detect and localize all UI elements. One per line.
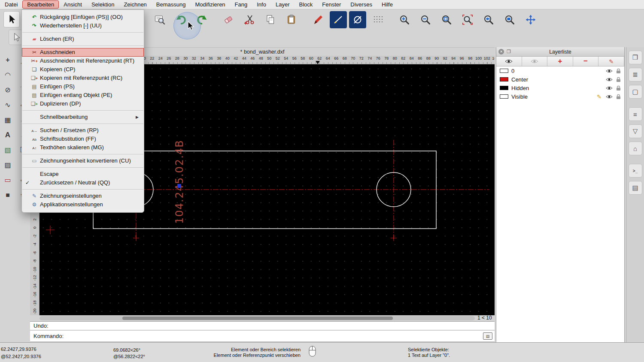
layer-lock-icon[interactable] bbox=[616, 68, 621, 74]
hatch-pattern-tool-button[interactable] bbox=[0, 157, 15, 172]
edit-menu-item[interactable]: Escape bbox=[22, 170, 144, 178]
command-input[interactable] bbox=[66, 332, 483, 340]
edit-menu-item[interactable]: Wiederherstellen [-] (UU) bbox=[22, 21, 144, 30]
circle-tool-dark-button[interactable] bbox=[349, 11, 366, 28]
arc-tools-button[interactable] bbox=[0, 67, 15, 82]
shape-tools-button[interactable] bbox=[0, 172, 15, 187]
detach-panel-icon[interactable]: ❐ bbox=[507, 49, 511, 54]
menubar-item[interactable]: Info bbox=[252, 0, 271, 9]
zoom-out-button[interactable] bbox=[416, 11, 435, 29]
edit-menu-item[interactable]: Löschen (ER) bbox=[22, 35, 144, 43]
edit-menu-item[interactable] bbox=[22, 45, 143, 46]
layer-visibility-eye-icon[interactable] bbox=[606, 77, 613, 82]
edit-menu-item[interactable]: Duplizieren (DP) bbox=[22, 100, 144, 108]
menubar-item[interactable]: Modifizieren bbox=[191, 0, 230, 9]
cut-button[interactable] bbox=[240, 11, 259, 29]
edit-pen-button[interactable] bbox=[309, 11, 328, 29]
edit-menu-item[interactable]: Schriftsubstitution (FF) bbox=[22, 135, 144, 143]
layer-row[interactable]: Visible✎ bbox=[496, 92, 624, 101]
edit-menu-item[interactable] bbox=[22, 189, 143, 190]
view-list-panel-button[interactable] bbox=[629, 107, 642, 121]
menubar-item[interactable]: Layer bbox=[271, 0, 295, 9]
zoom-in-button[interactable] bbox=[395, 11, 414, 29]
clipboard-panel-button[interactable] bbox=[629, 181, 642, 195]
edit-menu-item[interactable]: Rückgängig [Einfügen (PS)] (OO) bbox=[22, 13, 144, 21]
edit-menu-item[interactable] bbox=[22, 167, 143, 168]
block-list-panel-button[interactable] bbox=[629, 85, 642, 99]
layer-visibility-eye-icon[interactable] bbox=[606, 86, 613, 90]
menubar-item[interactable]: Hilfe bbox=[377, 0, 398, 9]
edit-menu-item[interactable] bbox=[22, 110, 143, 111]
edit-menu-item[interactable]: Texthöhen skalieren (MG) bbox=[22, 143, 144, 152]
previous-view-button[interactable] bbox=[479, 11, 498, 29]
line-tool-dark-button[interactable] bbox=[330, 11, 347, 28]
edit-menu-item[interactable]: Kopieren (CP) bbox=[22, 65, 144, 74]
remove-layer-button[interactable]: − bbox=[573, 57, 599, 66]
zoom-window-button[interactable] bbox=[500, 11, 519, 29]
copy-button[interactable] bbox=[261, 11, 280, 29]
edit-menu-item[interactable]: Applikationseinstellungen bbox=[22, 200, 144, 209]
edit-menu-item[interactable]: Zurücksetzen / Neutral (QQ) bbox=[22, 178, 144, 187]
menubar-item[interactable]: Diverses bbox=[346, 0, 377, 9]
edit-menu-item[interactable]: Ausschneiden bbox=[22, 48, 144, 57]
selection-handle[interactable] bbox=[177, 184, 181, 188]
pan-button[interactable] bbox=[521, 11, 540, 29]
toggle-layer-visibility-button[interactable] bbox=[496, 57, 522, 66]
property-editor-panel-button[interactable] bbox=[629, 51, 642, 64]
layer-lock-icon[interactable] bbox=[616, 85, 621, 91]
print-preview-button[interactable] bbox=[150, 11, 169, 29]
edit-menu-item[interactable]: Einfügen (PS) bbox=[22, 82, 144, 91]
library-browser-panel-button[interactable] bbox=[629, 142, 642, 155]
command-line-panel-button[interactable] bbox=[629, 164, 642, 178]
edit-menu-item[interactable] bbox=[22, 154, 143, 154]
edit-menu-item[interactable]: Zeichnungseinstellungen bbox=[22, 192, 144, 200]
menubar-item[interactable]: Selektion bbox=[87, 0, 119, 9]
layer-visibility-eye-icon[interactable] bbox=[606, 69, 613, 73]
edit-layer-button[interactable]: ✎ bbox=[598, 57, 624, 66]
edit-menu-item[interactable] bbox=[22, 32, 143, 33]
menubar-item[interactable]: Bearbeiten bbox=[22, 0, 59, 9]
layer-row[interactable]: Hidden✎ bbox=[496, 84, 624, 92]
command-options-button[interactable]: ▤ bbox=[483, 332, 492, 340]
part-number-text-entity[interactable]: 104.245.02.4B bbox=[173, 140, 185, 224]
layer-row[interactable]: Center✎ bbox=[496, 75, 624, 84]
toggle-all-layers-button[interactable] bbox=[522, 57, 548, 66]
close-panel-icon[interactable]: ✕ bbox=[498, 49, 504, 54]
image-tool-button[interactable] bbox=[0, 142, 15, 157]
auto-zoom-button[interactable] bbox=[437, 11, 456, 29]
ellipse-tools-button[interactable] bbox=[0, 82, 15, 97]
menubar-item[interactable]: Block bbox=[294, 0, 317, 9]
selection-tool-button[interactable] bbox=[3, 11, 20, 27]
solid-tools-button[interactable] bbox=[0, 187, 15, 202]
selection-filter-panel-button[interactable] bbox=[629, 124, 642, 138]
edit-menu-item[interactable]: Suchen / Ersetzen (RP) bbox=[22, 126, 144, 135]
menubar-item[interactable]: Datei bbox=[0, 0, 22, 9]
edit-menu-item[interactable] bbox=[22, 124, 143, 124]
paste-button[interactable] bbox=[282, 11, 301, 29]
spline-tools-button[interactable] bbox=[0, 97, 15, 112]
add-layer-button[interactable]: + bbox=[547, 57, 573, 66]
scrollbar-thumb[interactable] bbox=[122, 317, 393, 320]
edit-menu-item[interactable]: Kopieren mit Referenzpunkt (RC) bbox=[22, 74, 144, 82]
point-tools-button[interactable] bbox=[0, 52, 15, 67]
zoom-selection-button[interactable] bbox=[458, 11, 477, 29]
edit-menu-item[interactable]: Einfügen entlang Objekt (PE) bbox=[22, 91, 144, 100]
layer-lock-icon[interactable] bbox=[616, 77, 621, 82]
horizontal-scrollbar[interactable] bbox=[39, 316, 475, 320]
edit-menu-item[interactable]: Zeichnungseinheit konvertieren (CU) bbox=[22, 157, 144, 165]
menubar-item[interactable]: Zeichnen bbox=[119, 0, 151, 9]
layer-visibility-eye-icon[interactable] bbox=[606, 94, 613, 99]
menubar-item[interactable]: Fenster bbox=[317, 0, 346, 9]
menubar-item[interactable]: Ansicht bbox=[59, 0, 87, 9]
layer-lock-icon[interactable] bbox=[616, 94, 621, 100]
layer-list-panel-button[interactable] bbox=[629, 68, 642, 81]
edit-menu-item[interactable]: Schnellbearbeitung bbox=[22, 113, 144, 121]
edit-menu-item[interactable]: Ausschneiden mit Referenzpunkt (RT) bbox=[22, 57, 144, 65]
hatch-tools-button[interactable] bbox=[0, 112, 15, 127]
text-tool-button[interactable] bbox=[0, 127, 15, 142]
grid-toggle-button[interactable] bbox=[368, 11, 387, 29]
menubar-item[interactable]: Bemassung bbox=[152, 0, 191, 9]
menubar-item[interactable]: Fang bbox=[230, 0, 252, 9]
layer-row[interactable]: 0✎ bbox=[496, 66, 624, 75]
delete-button[interactable] bbox=[219, 11, 238, 29]
